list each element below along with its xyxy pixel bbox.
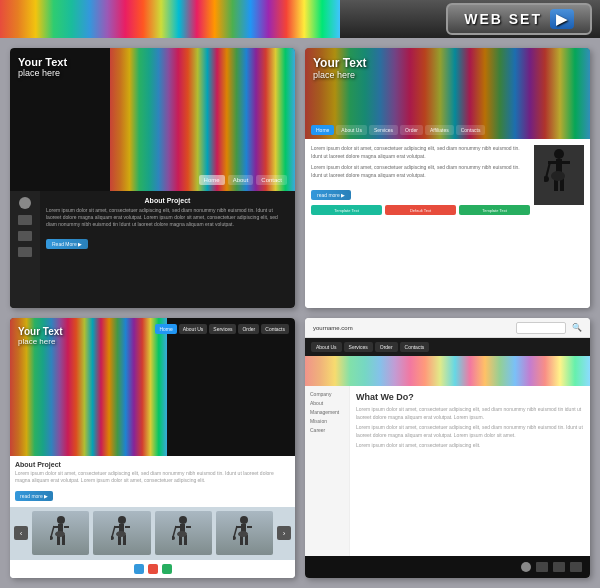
card1-lorem: Lorem ipsum dolor sit amet, consectetuer… [46,207,289,228]
card3-thumb-silhouette-2 [93,511,150,555]
card2-lorem2: Lorem ipsum dolor sit amet, consectetuer… [311,164,530,179]
card4-nav: About Us Services Order Contacts [305,338,590,356]
card2-place-here: place here [313,70,367,80]
card3-dot-green[interactable] [162,564,172,574]
card1-sidebar-icon-1 [19,197,31,209]
card2-nav-contacts[interactable]: Contacts [456,125,486,135]
svg-rect-21 [125,526,130,528]
svg-line-25 [112,526,115,537]
card3-nav-about[interactable]: About Us [179,324,208,334]
card4-what-we-do: What We Do? [356,392,584,402]
svg-rect-3 [562,161,570,164]
card4-sidebar-mission[interactable]: Mission [310,418,344,424]
svg-point-9 [57,516,65,524]
card2-nav-home[interactable]: Home [311,125,334,135]
card1-about-title: About Project [46,197,289,204]
card4-nav-services[interactable]: Services [344,342,373,352]
svg-line-7 [546,162,550,178]
card2-btn-1[interactable]: Template Text [311,205,382,215]
card4-lorem1: Lorem ipsum dolor sit amet, consectetuer… [356,406,584,421]
card1-read-more[interactable]: Read More ▶ [46,239,88,249]
card2-nav-about[interactable]: About Us [336,125,367,135]
card-4: yourname.com 🔍 About Us Services Order C… [305,318,590,578]
card2-btn-2[interactable]: Default Text [385,205,456,215]
card4-sidebar-company[interactable]: Company [310,391,344,397]
card4-footer-icon-3 [553,562,565,572]
card3-nav-home[interactable]: Home [155,324,176,334]
card3-your-text: Your Text [18,326,63,337]
svg-rect-12 [64,526,69,528]
svg-line-34 [173,526,176,537]
thumb4-svg [233,515,255,551]
card1-top: Your Text place here Home About Contact [10,48,295,191]
thumb3-svg [172,515,194,551]
card1-nav-tab-home[interactable]: Home [199,175,225,185]
arrow-icon: ▶ [556,11,569,27]
card4-sidebar: Company About Management Mission Career [305,386,350,556]
card4-sidebar-about[interactable]: About [310,400,344,406]
card3-nav-order[interactable]: Order [238,324,259,334]
card3-read-more[interactable]: read more ▶ [15,491,53,501]
card1-nav: Home About Contact [199,175,287,185]
guitarist-svg [544,148,574,203]
svg-point-8 [544,176,549,182]
svg-point-0 [554,149,564,159]
card3-next-arrow[interactable]: › [277,526,291,540]
card2-nav: Home About Us Services Order Affiliates … [305,125,590,135]
card1-nav-tab-2[interactable]: About [228,175,254,185]
card4-body: Company About Management Mission Career … [305,386,590,556]
card3-thumb-silhouette-4 [216,511,273,555]
card2-your-text: Your Text [313,56,367,70]
svg-line-43 [234,526,237,537]
card3-nav-services[interactable]: Services [209,324,236,334]
card4-nav-order[interactable]: Order [375,342,398,352]
card2-nav-affiliates[interactable]: Affiliates [425,125,454,135]
card3-thumb-4 [216,511,273,555]
card4-nav-about[interactable]: About Us [311,342,342,352]
card3-dot-red[interactable] [148,564,158,574]
card2-btn-3[interactable]: Template Text [459,205,530,215]
card-3: Your Text place here Home About Us Servi… [10,318,295,578]
card4-url: yourname.com [313,325,353,331]
card1-rainbow [110,48,295,191]
card4-search-box[interactable] [516,322,566,334]
card4-nav-contacts[interactable]: Contacts [400,342,430,352]
thumb1-svg [50,515,72,551]
card4-sidebar-management[interactable]: Management [310,409,344,415]
card4-rainbow-hero [305,356,590,386]
svg-point-17 [50,536,53,540]
svg-point-24 [116,531,126,537]
card1-place-here: place here [18,68,67,78]
rainbow-strip-header [0,0,340,38]
svg-point-35 [172,536,175,540]
card3-nav: Home About Us Services Order Contacts [155,324,289,334]
card4-footer-icon-2 [536,562,548,572]
card1-nav-tab-3[interactable]: Contact [256,175,287,185]
header-bar: WEB SET ▶ [0,0,600,38]
svg-point-33 [177,531,187,537]
card1-bottom: About Project Lorem ipsum dolor sit amet… [10,191,295,308]
card1-text-overlay: Your Text place here [18,56,67,78]
card2-nav-order[interactable]: Order [400,125,423,135]
card3-nav-contacts[interactable]: Contacts [261,324,289,334]
svg-point-18 [118,516,126,524]
arrow-button[interactable]: ▶ [550,9,574,29]
card1-your-text: Your Text [18,56,67,68]
svg-point-6 [551,171,565,181]
search-icon: 🔍 [572,323,582,332]
card2-read-more[interactable]: read more ▶ [311,190,351,200]
card3-thumb-2 [93,511,150,555]
card3-dot-blue[interactable] [134,564,144,574]
content-grid: Your Text place here Home About Contact … [0,38,600,588]
card4-sidebar-career[interactable]: Career [310,427,344,433]
card1-sidebar [10,191,40,308]
card1-sidebar-icon-4 [18,247,32,257]
card3-prev-arrow[interactable]: ‹ [14,526,28,540]
card2-text-col: Lorem ipsum dolor sit amet, consectetuer… [311,145,530,302]
card2-lorem1: Lorem ipsum dolor sit amet, consectetuer… [311,145,530,160]
card4-lorem2: Lorem ipsum dolor sit amet, consectetuer… [356,424,584,439]
card2-nav-services[interactable]: Services [369,125,398,135]
svg-point-27 [179,516,187,524]
card1-sidebar-icon-3 [18,231,32,241]
card4-footer [305,556,590,578]
